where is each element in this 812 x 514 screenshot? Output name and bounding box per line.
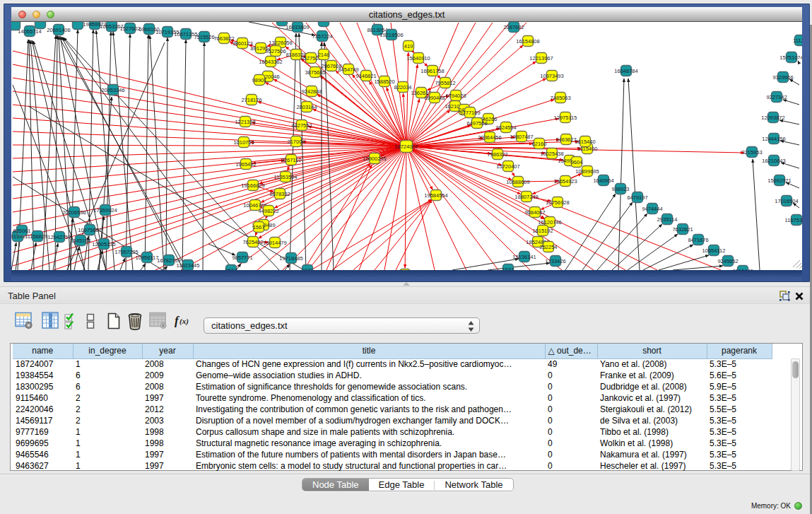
svg-text:12942757: 12942757 <box>47 234 71 240</box>
svg-text:2803144: 2803144 <box>296 104 317 110</box>
svg-text:3624554: 3624554 <box>495 124 516 131</box>
svg-text:(x): (x) <box>180 317 189 326</box>
svg-text:12975115: 12975115 <box>554 115 577 121</box>
svg-text:10807487: 10807487 <box>510 134 533 140</box>
svg-text:19584554: 19584554 <box>424 192 447 199</box>
svg-text:15640910: 15640910 <box>406 55 430 62</box>
svg-text:20364456: 20364456 <box>478 134 501 141</box>
svg-text:11125: 11125 <box>793 37 802 44</box>
svg-text:4498222: 4498222 <box>258 208 278 214</box>
svg-text:938923: 938923 <box>611 186 629 192</box>
svg-text:9463627: 9463627 <box>555 136 576 143</box>
svg-text:8990448: 8990448 <box>424 95 445 101</box>
svg-text:10654112: 10654112 <box>702 247 726 254</box>
svg-text:7955812: 7955812 <box>435 80 455 86</box>
svg-text:7986322: 7986322 <box>487 151 507 158</box>
svg-text:7485063: 7485063 <box>550 95 570 101</box>
svg-text:2146: 2146 <box>318 52 330 58</box>
svg-text:1588520: 1588520 <box>374 78 394 85</box>
svg-text:7663822: 7663822 <box>213 35 234 42</box>
svg-text:7357224: 7357224 <box>312 33 332 40</box>
svg-text:16543362: 16543362 <box>259 59 282 65</box>
svg-text:9245652: 9245652 <box>717 258 738 264</box>
svg-text:13226058: 13226058 <box>269 40 292 46</box>
svg-text:19218506: 19218506 <box>379 32 403 38</box>
svg-text:17016504: 17016504 <box>775 198 798 204</box>
svg-text:19718485: 19718485 <box>279 255 302 262</box>
svg-text:1640954: 1640954 <box>593 177 613 184</box>
svg-text:19654923: 19654923 <box>553 178 577 185</box>
svg-text:9604: 9604 <box>571 159 583 165</box>
svg-text:15136141: 15136141 <box>512 254 536 260</box>
svg-text:11675358: 11675358 <box>785 217 802 223</box>
svg-text:15900295: 15900295 <box>363 156 386 162</box>
svg-text:2718176: 2718176 <box>241 97 261 103</box>
svg-text:9084067: 9084067 <box>524 209 545 216</box>
svg-text:1156829: 1156829 <box>28 233 48 240</box>
svg-text:9777169: 9777169 <box>459 110 480 116</box>
svg-text:1010755: 1010755 <box>233 139 254 146</box>
svg-text:98901: 98901 <box>252 77 267 83</box>
svg-text:10756928: 10756928 <box>546 199 569 206</box>
svg-text:6794028: 6794028 <box>445 93 466 99</box>
svg-text:9815440: 9815440 <box>575 139 595 145</box>
svg-text:18724007: 18724007 <box>394 144 418 150</box>
svg-text:16914479: 16914479 <box>263 240 286 246</box>
svg-text:6479197: 6479197 <box>627 194 647 201</box>
svg-text:62160: 62160 <box>532 141 547 147</box>
svg-text:18807249: 18807249 <box>514 194 538 200</box>
svg-text:16648784: 16648784 <box>614 68 637 74</box>
svg-text:8878332: 8878332 <box>269 191 290 197</box>
svg-text:7632621: 7632621 <box>672 226 693 233</box>
svg-text:1221338: 1221338 <box>235 119 255 125</box>
svg-text:217004: 217004 <box>287 139 305 145</box>
svg-text:9227342: 9227342 <box>766 94 787 100</box>
svg-text:822034: 822034 <box>394 84 411 90</box>
svg-text:11923445: 11923445 <box>177 262 200 269</box>
svg-text:19166829: 19166829 <box>241 182 264 189</box>
svg-text:17359924: 17359924 <box>93 207 117 214</box>
svg-text:12093872: 12093872 <box>761 115 784 121</box>
svg-text:15751074: 15751074 <box>779 54 802 61</box>
svg-text:10899695: 10899695 <box>575 168 599 175</box>
svg-text:16210643: 16210643 <box>762 158 785 164</box>
svg-text:7515526: 7515526 <box>194 34 214 40</box>
svg-text:1527602: 1527602 <box>119 25 140 32</box>
svg-text:8267110: 8267110 <box>281 157 302 163</box>
svg-text:9329966: 9329966 <box>772 74 793 81</box>
svg-text:2087682: 2087682 <box>503 24 524 30</box>
svg-text:16961758: 16961758 <box>420 68 444 74</box>
svg-text:20053346: 20053346 <box>101 87 124 93</box>
svg-text:10688609: 10688609 <box>506 179 529 185</box>
svg-text:10973493: 10973493 <box>540 73 563 79</box>
svg-text:9146821: 9146821 <box>355 73 376 79</box>
svg-text:1145194: 1145194 <box>71 238 91 244</box>
svg-text:16154808: 16154808 <box>516 38 539 45</box>
svg-text:12444156: 12444156 <box>762 136 785 142</box>
svg-text:10975887: 10975887 <box>78 227 101 233</box>
svg-text:20691406: 20691406 <box>47 27 70 33</box>
svg-text:1965492: 1965492 <box>235 161 256 168</box>
svg-text:8427552: 8427552 <box>291 122 312 129</box>
svg-text:9527506: 9527506 <box>265 48 286 54</box>
svg-text:9474444: 9474444 <box>642 206 662 212</box>
svg-text:20206536: 20206536 <box>62 209 86 216</box>
svg-text:3875685: 3875685 <box>305 69 325 76</box>
svg-text:11353594: 11353594 <box>274 174 298 180</box>
svg-text:9860123: 9860123 <box>232 40 252 47</box>
svg-text:1567: 1567 <box>253 224 265 230</box>
svg-text:9242848: 9242848 <box>301 88 322 95</box>
svg-text:8454749: 8454749 <box>338 66 358 73</box>
svg-text:252254: 252254 <box>539 244 557 250</box>
svg-text:1615192: 1615192 <box>532 228 553 234</box>
svg-text:12505135: 12505135 <box>92 241 115 247</box>
svg-text:2935114: 2935114 <box>657 216 678 223</box>
svg-text:10025438: 10025438 <box>540 151 563 157</box>
svg-text:16120746: 16120746 <box>538 219 561 226</box>
svg-text:1733426: 1733426 <box>545 258 565 264</box>
svg-text:15692971: 15692971 <box>767 177 791 184</box>
svg-text:12213967: 12213967 <box>529 55 553 62</box>
svg-text:10958117: 10958117 <box>136 255 159 261</box>
svg-text:6497568: 6497568 <box>466 120 487 127</box>
svg-text:7625402: 7625402 <box>242 239 263 245</box>
